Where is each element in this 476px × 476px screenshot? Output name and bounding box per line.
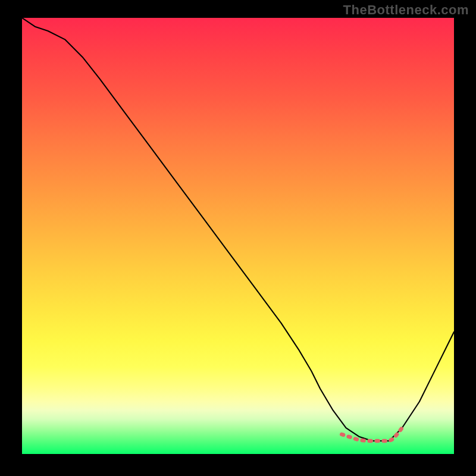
curve-path	[22, 18, 454, 441]
watermark-text: TheBottleneck.com	[343, 2, 469, 18]
chart-frame: TheBottleneck.com	[0, 0, 476, 476]
plot-area	[22, 18, 454, 454]
highlight-path	[342, 428, 402, 441]
chart-svg	[22, 18, 454, 454]
